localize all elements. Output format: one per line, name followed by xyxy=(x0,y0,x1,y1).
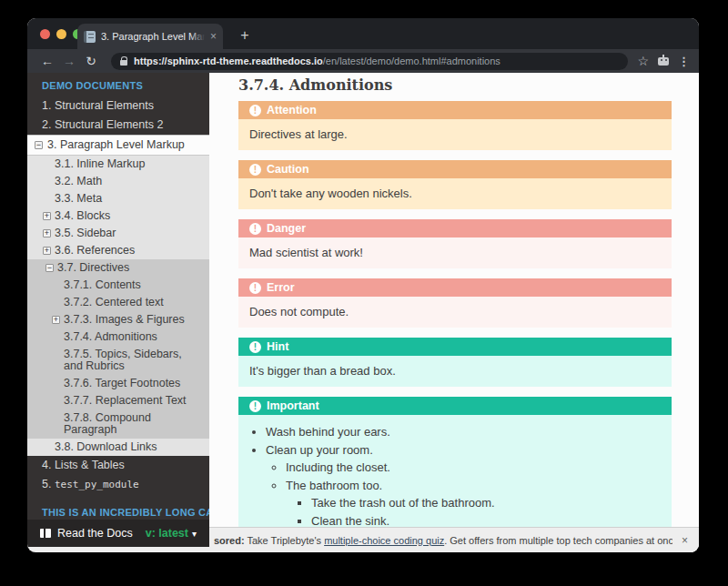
collapse-icon[interactable]: − xyxy=(35,141,43,149)
sidebar-item-label: 3.7.6. Target Footnotes xyxy=(64,377,180,389)
list-item-text: Clean up your room. xyxy=(266,443,373,457)
sidebar-item-admonitions[interactable]: 3.7.4. Admonitions xyxy=(27,328,209,346)
browser-toolbar: ← → ↻ https://sphinx-rtd-theme.readthedo… xyxy=(27,49,699,73)
exclamation-circle-icon: ! xyxy=(249,400,261,412)
collapse-icon[interactable]: − xyxy=(46,264,54,272)
admonition-body: Directives at large. xyxy=(238,119,672,150)
readthedocs-brand: Read the Docs xyxy=(40,527,133,540)
new-tab-button[interactable]: + xyxy=(235,25,255,45)
sidebar-item-label: 3.7.4. Admonitions xyxy=(64,330,157,343)
sidebar-item-label: 3.7.5. Topics, Sidebars, and Rubrics xyxy=(64,348,182,372)
sidebar-item-target-footnotes[interactable]: 3.7.6. Target Footnotes xyxy=(27,375,209,392)
sidebar-item-download-links[interactable]: 3.8. Download Links xyxy=(27,439,209,456)
admonition-title: Caution xyxy=(267,162,309,177)
exclamation-circle-icon: ! xyxy=(249,341,261,353)
exclamation-circle-icon: ! xyxy=(249,223,261,235)
address-bar[interactable]: https://sphinx-rtd-theme.readthedocs.io/… xyxy=(111,53,628,70)
expand-icon[interactable]: + xyxy=(43,212,51,220)
list-item: Take the trash out of the bathroom. xyxy=(311,496,661,511)
list-item-text: The bathroom too. xyxy=(286,479,382,492)
admonition-error: !Error Does not compute. xyxy=(238,278,672,328)
ad-close-icon[interactable]: × xyxy=(682,534,688,547)
expand-icon[interactable]: + xyxy=(43,229,51,237)
sidebar-item-contents[interactable]: 3.7.1. Contents xyxy=(27,277,209,294)
close-window-button[interactable] xyxy=(40,29,50,39)
minimize-window-button[interactable] xyxy=(56,29,66,39)
admonition-title: Hint xyxy=(267,339,288,354)
admonition-body: Don't take any wooden nickels. xyxy=(238,178,672,209)
readthedocs-footer: Read the Docs v: latest ▾ xyxy=(27,520,209,547)
reload-icon[interactable]: ↻ xyxy=(80,50,102,72)
admonition-title: Important xyxy=(267,399,319,413)
active-tab[interactable]: 3. Paragraph Level Markup — R × xyxy=(77,24,223,49)
sidebar-item-directives[interactable]: − 3.7. Directives xyxy=(27,259,209,277)
menu-dots-icon[interactable]: ⋮ xyxy=(678,55,690,68)
admonition-title: Danger xyxy=(267,221,306,236)
toolbar-right-icons: ☆ ⋮ xyxy=(637,54,690,68)
tab-title: 3. Paragraph Level Markup — R xyxy=(101,31,205,42)
sidebar-item-label: 3.7.7. Replacement Text xyxy=(64,394,187,407)
list-item: Clean up your room. Including the closet… xyxy=(266,443,661,530)
traffic-lights xyxy=(40,29,83,39)
automation-robot-icon[interactable] xyxy=(658,57,669,66)
bookmark-star-icon[interactable]: ☆ xyxy=(637,54,649,68)
sidebar-current-section: − 3. Paragraph Level Markup 3.1. Inline … xyxy=(27,135,209,456)
expand-icon[interactable]: + xyxy=(43,247,51,255)
tab-bar: 3. Paragraph Level Markup — R × + xyxy=(27,18,699,49)
sidebar-item-paragraph-level-markup[interactable]: − 3. Paragraph Level Markup xyxy=(27,135,209,156)
admonition-danger: !Danger Mad scientist at work! xyxy=(238,219,672,268)
sidebar-item-replacement-text[interactable]: 3.7.7. Replacement Text xyxy=(27,392,209,409)
ad-link[interactable]: multiple-choice coding quiz xyxy=(324,535,444,546)
ad-text-before-link: Take Triplebyte's xyxy=(245,535,325,546)
admonition-attention: !Attention Directives at large. xyxy=(238,101,672,150)
browser-window: 3. Paragraph Level Markup — R × + ← → ↻ … xyxy=(27,18,699,552)
book-icon xyxy=(40,529,51,538)
forward-icon[interactable]: → xyxy=(58,50,80,72)
sidebar-item-label: 3.7.8. Compound Paragraph xyxy=(64,411,151,436)
expand-icon[interactable]: + xyxy=(52,316,60,324)
list-item: The bathroom too. Take the trash out of … xyxy=(286,479,661,530)
sidebar-item-label: 3.7.2. Centered text xyxy=(64,296,164,308)
sidebar-item-inline-markup[interactable]: 3.1. Inline Markup xyxy=(27,156,209,173)
version-label: v: latest xyxy=(146,527,188,540)
sidebar-item-code-label: test_py_module xyxy=(55,479,139,490)
sidebar-item-meta[interactable]: 3.3. Meta xyxy=(27,190,209,207)
caret-down-icon: ▾ xyxy=(192,529,197,539)
sidebar-item-compound-paragraph[interactable]: 3.7.8. Compound Paragraph xyxy=(27,409,209,439)
list-item: Wash behind your ears. xyxy=(266,425,661,440)
admonition-title: Error xyxy=(267,280,295,295)
sidebar-item-math[interactable]: 3.2. Math xyxy=(27,173,209,190)
sidebar-item-test-py-module[interactable]: 5. test_py_module xyxy=(27,475,209,494)
version-selector[interactable]: v: latest ▾ xyxy=(146,527,197,540)
sidebar-caption-demo-documents: DEMO DOCUMENTS xyxy=(27,73,209,96)
sidebar-item-structural-elements[interactable]: 1. Structural Elements xyxy=(27,96,209,116)
sidebar-item-structural-elements-2[interactable]: 2. Structural Elements 2 xyxy=(27,116,209,135)
url-path: /en/latest/demo/demo.html#admonitions xyxy=(323,56,500,66)
sidebar-item-label: 3.7. Directives xyxy=(57,261,129,274)
tab-close-icon[interactable]: × xyxy=(210,31,217,42)
sidebar-item-label: 3.6. References xyxy=(55,244,135,257)
back-icon[interactable]: ← xyxy=(36,50,58,72)
sidebar-item-lists-tables[interactable]: 4. Lists & Tables xyxy=(27,456,209,475)
sidebar-item-topics-sidebars-rubrics[interactable]: 3.7.5. Topics, Sidebars, and Rubrics xyxy=(27,346,209,375)
sidebar-item-label: 3.7.1. Contents xyxy=(64,278,141,291)
url-text: https://sphinx-rtd-theme.readthedocs.io/… xyxy=(134,56,500,66)
sidebar-item-label: 3. Paragraph Level Markup xyxy=(47,138,185,151)
sidebar-item-blocks[interactable]: + 3.4. Blocks xyxy=(27,207,209,225)
ad-text: sored: Take Triplebyte's multiple-choice… xyxy=(214,535,672,546)
sidebar-item-centered-text[interactable]: 3.7.2. Centered text xyxy=(27,294,209,311)
sidebar-item-label: 3.2. Math xyxy=(55,175,102,187)
brand-label: Read the Docs xyxy=(57,527,133,540)
sidebar-item-label: 3.1. Inline Markup xyxy=(55,157,145,170)
sidebar-item-images-figures[interactable]: + 3.7.3. Images & Figures xyxy=(27,311,209,328)
page-title: 3.7.4. Admonitions xyxy=(238,76,672,94)
sidebar-item-sidebar[interactable]: + 3.5. Sidebar xyxy=(27,225,209,242)
sidebar-item-references[interactable]: + 3.6. References xyxy=(27,242,209,259)
admonition-body: Mad scientist at work! xyxy=(238,237,672,268)
exclamation-circle-icon: ! xyxy=(249,164,261,176)
admonition-body: Does not compute. xyxy=(238,297,672,328)
sidebar-item-label: 3.3. Meta xyxy=(55,192,102,205)
sidebar-item-label: 3.8. Download Links xyxy=(55,440,157,453)
sidebar-nav: DEMO DOCUMENTS 1. Structural Elements 2.… xyxy=(27,73,209,552)
sidebar-item-label: 3.5. Sidebar xyxy=(55,227,116,239)
